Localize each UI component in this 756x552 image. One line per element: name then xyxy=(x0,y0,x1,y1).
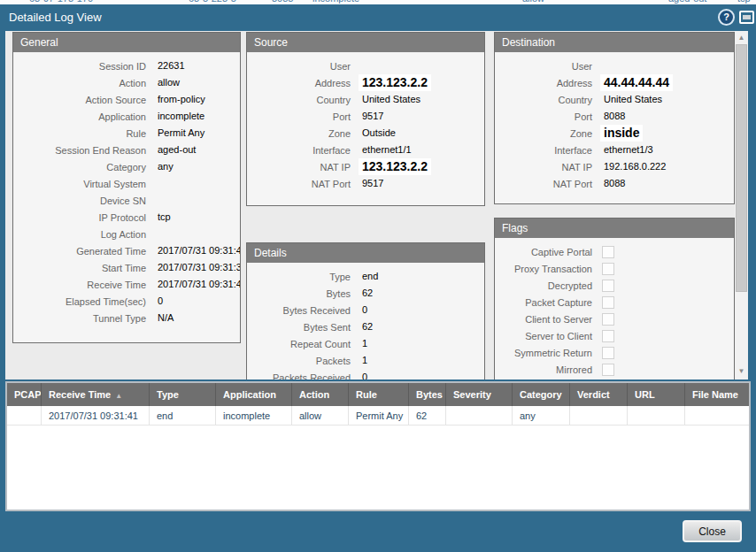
field-value: 1 xyxy=(362,335,367,352)
column-header-severity[interactable]: Severity xyxy=(446,383,513,406)
column-header-verdict[interactable]: Verdict xyxy=(570,383,628,406)
field-value: Permit Any xyxy=(158,125,204,142)
flag-checkbox[interactable] xyxy=(602,313,614,326)
field-row: NAT IP 192.168.0.222 xyxy=(495,158,734,175)
table-cell-type: end xyxy=(150,406,216,426)
field-value: Outside xyxy=(362,125,396,142)
table-header-row: PCAP Receive Time▲ Type Application Acti… xyxy=(7,383,749,406)
column-header-bytes[interactable]: Bytes xyxy=(409,383,446,406)
field-value: inside xyxy=(600,125,643,142)
field-label: Session ID xyxy=(13,61,146,72)
flag-label: Decrypted xyxy=(495,280,592,291)
flag-row: Decrypted xyxy=(495,277,734,294)
field-row: Port 9517 xyxy=(247,108,484,125)
flag-checkbox[interactable] xyxy=(602,364,614,376)
field-value: ethernet1/3 xyxy=(604,142,653,158)
flag-label: Captive Portal xyxy=(495,247,592,257)
field-row: Rule Permit Any xyxy=(13,125,240,142)
flag-checkbox[interactable] xyxy=(602,246,614,258)
field-row: Start Time 2017/07/31 09:31:37 xyxy=(13,259,240,276)
column-header-file-name[interactable]: File Name xyxy=(685,383,749,406)
vertical-scrollbar[interactable]: ▲ ▼ xyxy=(735,31,748,380)
flag-checkbox[interactable] xyxy=(602,296,614,309)
field-row: Zone inside xyxy=(495,125,734,142)
help-icon[interactable]: ? xyxy=(718,9,735,26)
field-row: Generated Time 2017/07/31 09:31:41 xyxy=(13,242,240,259)
field-label: Zone xyxy=(247,128,351,139)
maximize-icon[interactable] xyxy=(739,11,754,24)
flag-row: Mirrored xyxy=(495,361,734,378)
scroll-up-icon[interactable]: ▲ xyxy=(735,33,748,43)
field-row: Address 44.44.44.44 xyxy=(495,74,734,91)
panel-header: Flags xyxy=(495,218,734,238)
field-value: N/A xyxy=(158,310,174,326)
column-header-receive-time[interactable]: Receive Time▲ xyxy=(42,383,150,406)
source-fields: User Address 123.123.2.2 Country United … xyxy=(247,52,484,192)
flag-row: Packet Capture xyxy=(495,294,734,310)
field-row: IP Protocol tcp xyxy=(13,209,240,226)
column-header-action[interactable]: Action xyxy=(292,383,349,406)
flags-panel: Flags Captive Portal Proxy Transaction D… xyxy=(494,218,735,380)
field-label: Log Action xyxy=(13,229,146,240)
column-header-url[interactable]: URL xyxy=(628,383,685,406)
details-fields: Type end Bytes 62 Bytes Received 0 Bytes… xyxy=(247,263,484,380)
flag-label: Symmetric Return xyxy=(495,348,592,358)
field-row: Action Source from-policy xyxy=(13,91,240,108)
flag-label: Server to Client xyxy=(495,331,592,341)
field-value: allow xyxy=(158,74,180,91)
field-value: 44.44.44.44 xyxy=(600,74,673,91)
field-value: United States xyxy=(604,91,662,108)
background-text-fragment: 8088 xyxy=(272,0,293,4)
table-cell-receive-time: 2017/07/31 09:31:41 xyxy=(42,406,150,426)
column-header-category[interactable]: Category xyxy=(513,383,570,406)
field-row: Address 123.123.2.2 xyxy=(247,74,484,91)
field-row: Receive Time 2017/07/31 09:31:41 xyxy=(13,276,240,293)
column-header-type[interactable]: Type xyxy=(150,383,216,406)
flag-checkbox[interactable] xyxy=(602,330,614,342)
field-label: Action xyxy=(13,78,146,88)
field-label: Category xyxy=(13,162,146,172)
flag-row: Proxy Transaction xyxy=(495,260,734,277)
field-label: Interface xyxy=(495,145,592,156)
destination-panel: Destination User Address 44.44.44.44 Cou… xyxy=(494,32,735,204)
background-text-fragment: aged-out xyxy=(668,0,706,4)
flag-checkbox[interactable] xyxy=(602,347,614,359)
field-value: aged-out xyxy=(158,142,196,158)
source-panel: Source User Address 123.123.2.2 Country … xyxy=(246,32,485,206)
field-row: Elapsed Time(sec) 0 xyxy=(13,293,240,310)
flag-checkbox[interactable] xyxy=(602,263,614,275)
table-row[interactable]: 2017/07/31 09:31:41 end incomplete allow… xyxy=(7,406,749,426)
field-label: NAT IP xyxy=(247,162,351,172)
field-label: Bytes Sent xyxy=(247,322,351,333)
column-header-pcap[interactable]: PCAP xyxy=(7,383,42,406)
field-row: Log Action xyxy=(13,226,240,242)
table-cell-rule: Permit Any xyxy=(349,406,409,426)
field-row: Device SN xyxy=(13,192,240,209)
field-label: IP Protocol xyxy=(13,212,146,223)
field-label: Packets xyxy=(247,356,351,366)
scrollbar-thumb[interactable] xyxy=(736,44,747,292)
field-row: Action allow xyxy=(13,74,240,91)
field-row: Interface ethernet1/1 xyxy=(247,142,484,158)
field-row: Country United States xyxy=(247,91,484,108)
field-value: 62 xyxy=(362,285,373,302)
panel-header: Details xyxy=(247,243,484,263)
field-row: NAT IP 123.123.2.2 xyxy=(247,158,484,175)
panel-header: Source xyxy=(247,33,484,52)
scroll-down-icon[interactable]: ▼ xyxy=(735,366,748,377)
field-label: Bytes xyxy=(247,288,351,299)
flag-row: Symmetric Return xyxy=(495,344,734,361)
flag-row: Client to Server xyxy=(495,310,734,327)
destination-fields: User Address 44.44.44.44 Country United … xyxy=(495,52,734,192)
field-row: Category any xyxy=(13,158,240,175)
close-button[interactable]: Close xyxy=(683,520,742,542)
field-row: Interface ethernet1/3 xyxy=(495,142,734,158)
table-cell-bytes: 62 xyxy=(409,406,446,426)
field-value: 8088 xyxy=(604,108,625,125)
table-cell-category: any xyxy=(513,406,570,426)
flag-label: Client to Server xyxy=(495,314,592,325)
flag-checkbox[interactable] xyxy=(602,280,614,292)
field-label: Device SN xyxy=(13,196,146,206)
column-header-application[interactable]: Application xyxy=(216,383,292,406)
column-header-rule[interactable]: Rule xyxy=(349,383,409,406)
